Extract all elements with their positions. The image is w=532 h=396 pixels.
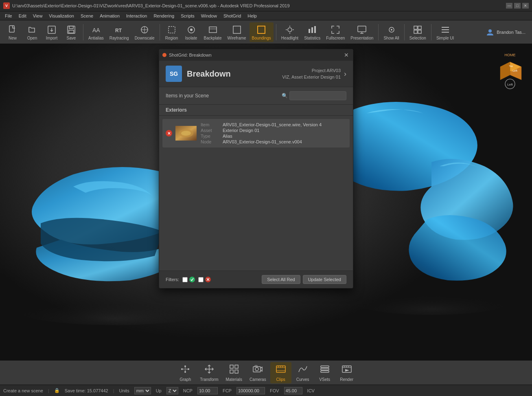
backplate-button[interactable]: Backplate	[201, 22, 224, 42]
wireframe-button[interactable]: Wireframe	[225, 22, 248, 42]
svg-text:AA: AA	[92, 27, 100, 33]
materials-button[interactable]: Materials	[223, 362, 246, 383]
isolate-icon	[186, 24, 197, 35]
downscale-icon	[139, 24, 150, 35]
toolbar-sep-3	[276, 24, 276, 40]
curves-icon	[298, 364, 308, 376]
new-label: New	[9, 36, 17, 40]
svg-rect-25	[358, 26, 366, 32]
fullscreen-button[interactable]: Fullscreen	[324, 22, 347, 42]
filter-green-checkbox[interactable]	[182, 277, 188, 282]
curves-button[interactable]: Curves	[292, 362, 313, 383]
statistics-button[interactable]: Statistics	[302, 22, 323, 42]
isolate-button[interactable]: Isolate	[182, 22, 201, 42]
headlight-button[interactable]: Headlight	[279, 22, 301, 42]
menu-scene[interactable]: Scene	[77, 13, 96, 19]
boundings-button[interactable]: Boundings	[250, 22, 274, 42]
clips-button[interactable]: Clips	[270, 362, 291, 383]
filter-red-checkbox[interactable]	[198, 277, 204, 282]
save-button[interactable]: Save	[62, 22, 81, 42]
node-value: ARV03_Exterior-Design-01_scene.v004	[223, 139, 322, 144]
maximize-button[interactable]: □	[514, 3, 521, 9]
menu-edit[interactable]: Edit	[15, 13, 30, 19]
render-button[interactable]: Render	[336, 362, 357, 383]
minimize-button[interactable]: —	[506, 3, 512, 9]
up-select[interactable]: Z	[166, 387, 178, 394]
svg-point-54	[181, 368, 183, 370]
lock-icon: 🔒	[54, 388, 60, 393]
simpleui-icon	[440, 24, 451, 35]
up-label: Up	[156, 388, 162, 393]
menu-visualization[interactable]: Visualization	[46, 13, 77, 19]
dialog-search-row: Items in your Scene 🔍	[159, 87, 353, 104]
item-key: Item	[201, 122, 221, 127]
menu-file[interactable]: File	[2, 13, 15, 19]
ncp-input[interactable]	[197, 387, 218, 394]
svg-point-55	[184, 365, 186, 367]
menu-window[interactable]: Window	[198, 13, 220, 19]
menu-view[interactable]: View	[30, 13, 46, 19]
showall-icon	[386, 24, 397, 35]
open-button[interactable]: Open	[23, 22, 42, 42]
asset-value: Exterior Design 01	[223, 128, 322, 133]
svg-text:Top: Top	[509, 65, 513, 67]
asset-key: Asset	[201, 128, 221, 133]
cameras-button[interactable]: Cameras	[246, 362, 269, 383]
fcp-input[interactable]	[236, 387, 265, 394]
svg-text:RT: RT	[115, 28, 122, 33]
wireframe-icon	[231, 24, 243, 35]
region-button[interactable]: Region	[162, 22, 181, 42]
save-time: Save time: 15.077442	[65, 388, 108, 393]
menu-interaction[interactable]: Interaction	[123, 13, 150, 19]
status-bar: Create a new scene | 🔒 Save time: 15.077…	[0, 385, 532, 396]
presentation-button[interactable]: Presentation	[348, 22, 376, 42]
boundings-icon	[256, 24, 267, 35]
item-value: ARV03_Exterior-Design-01_scene.wire, Ver…	[223, 122, 322, 127]
transform-button[interactable]: Transform	[197, 362, 221, 383]
sg-dot	[162, 53, 166, 57]
dialog-title: ShotGrid: Breakdown	[169, 53, 212, 57]
antialias-button[interactable]: AA Antialias	[86, 22, 106, 42]
navigation-cube[interactable]: HOME Left Top Left	[494, 51, 526, 90]
menu-scripts[interactable]: Scripts	[177, 13, 198, 19]
close-button[interactable]: ✕	[522, 3, 529, 9]
main-toolbar: New Open Import Save AA Antialias RT Ray…	[0, 20, 532, 44]
svg-rect-31	[418, 26, 421, 29]
update-selected-button[interactable]: Update Selected	[303, 275, 346, 284]
svg-point-40	[350, 286, 513, 315]
menu-help[interactable]: Help	[244, 13, 260, 19]
raytracing-button[interactable]: RT Raytracing	[107, 22, 131, 42]
type-key: Type	[201, 134, 221, 139]
fov-input[interactable]	[284, 387, 302, 394]
render-icon	[342, 364, 352, 376]
dialog-close-button[interactable]: ✕	[343, 52, 350, 58]
dialog-nav-arrow[interactable]: ›	[344, 70, 346, 78]
units-select[interactable]: mm	[134, 387, 151, 394]
svg-rect-76	[321, 366, 329, 367]
node-key: Node	[201, 139, 221, 144]
vsets-icon	[320, 364, 330, 376]
downscale-button[interactable]: Downscale	[132, 22, 157, 42]
app-icon: V	[3, 2, 10, 9]
status-text: Create a new scene	[3, 388, 43, 393]
menu-animation[interactable]: Animation	[96, 13, 123, 19]
showall-button[interactable]: Show All	[381, 22, 401, 42]
cameras-icon	[252, 364, 263, 376]
simpleui-button[interactable]: Simple UI	[434, 22, 456, 42]
svg-point-17	[288, 28, 292, 32]
toolbar-sep-1	[83, 24, 83, 40]
menu-rendering[interactable]: Rendering	[150, 13, 177, 19]
svg-rect-33	[418, 30, 421, 33]
menu-shotgrid[interactable]: ShotGrid	[220, 13, 244, 19]
bottom-toolbar: Graph Transform Materials Cameras Clips …	[0, 360, 532, 385]
dialog-search-input[interactable]	[289, 91, 346, 100]
vsets-button[interactable]: VSets	[314, 362, 335, 383]
new-button[interactable]: New	[3, 22, 22, 42]
selection-button[interactable]: Selection	[407, 22, 429, 42]
graph-button[interactable]: Graph	[175, 362, 196, 383]
svg-point-57	[184, 371, 186, 373]
import-button[interactable]: Import	[42, 22, 61, 42]
svg-rect-36	[442, 32, 449, 33]
statistics-icon	[307, 24, 318, 35]
select-all-red-button[interactable]: Select All Red	[262, 275, 300, 284]
